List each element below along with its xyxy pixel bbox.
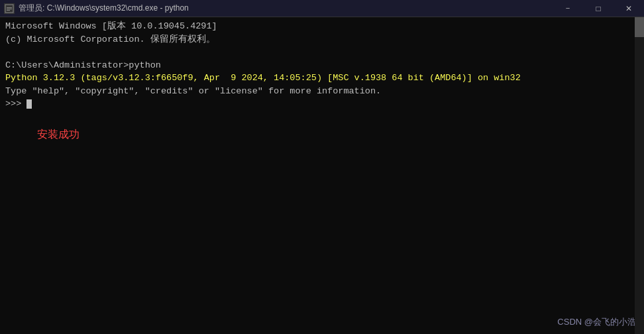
console-prompt-line: >>>: [5, 97, 639, 111]
console-body[interactable]: Microsoft Windows [版本 10.0.19045.4291] (…: [0, 17, 644, 334]
window-icon: [4, 3, 15, 14]
scrollbar[interactable]: [635, 17, 644, 334]
success-message: 安装成功: [37, 127, 639, 142]
scroll-thumb[interactable]: [635, 17, 644, 37]
console-line-2: (c) Microsoft Corporation. 保留所有权利。: [5, 33, 639, 46]
close-button[interactable]: ✕: [614, 0, 644, 17]
minimize-button[interactable]: －: [553, 0, 583, 17]
window-title: 管理员: C:\Windows\system32\cmd.exe - pytho…: [19, 3, 189, 14]
console-line-3: [5, 46, 639, 59]
svg-rect-1: [7, 7, 12, 8]
maximize-button[interactable]: □: [583, 0, 614, 17]
watermark: CSDN @会飞的小浩: [557, 316, 636, 329]
svg-rect-3: [7, 10, 10, 11]
cursor: [27, 99, 32, 109]
console-line-5: Python 3.12.3 (tags/v3.12.3:f6650f9, Apr…: [5, 72, 639, 85]
console-line-4: C:\Users\Administrator>python: [5, 59, 639, 72]
title-bar-controls: － □ ✕: [553, 0, 644, 17]
cmd-window: 管理员: C:\Windows\system32\cmd.exe - pytho…: [0, 0, 644, 334]
title-bar-left: 管理员: C:\Windows\system32\cmd.exe - pytho…: [4, 3, 189, 14]
console-line-1: Microsoft Windows [版本 10.0.19045.4291]: [5, 20, 639, 33]
console-line-6: Type "help", "copyright", "credits" or "…: [5, 85, 639, 98]
prompt-text: >>>: [5, 99, 27, 109]
title-bar: 管理员: C:\Windows\system32\cmd.exe - pytho…: [0, 0, 644, 17]
svg-rect-2: [7, 9, 12, 9]
